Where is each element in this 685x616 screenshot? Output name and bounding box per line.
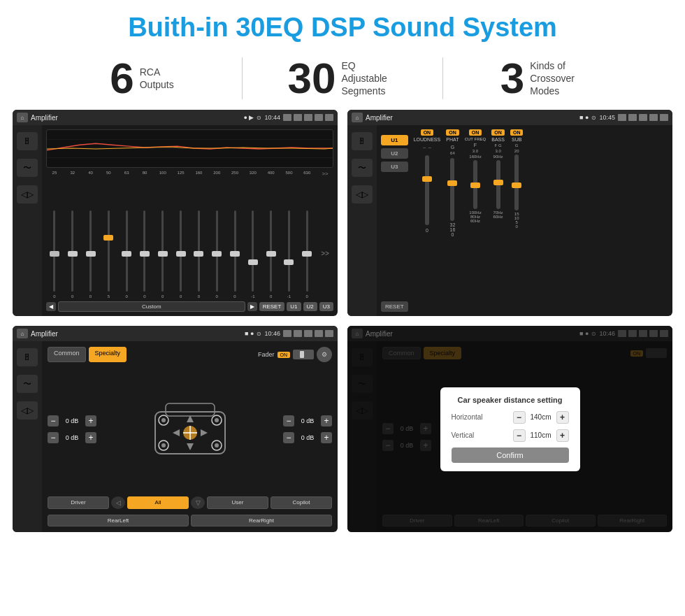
sub-on-badge[interactable]: ON: [510, 129, 524, 136]
driver-button[interactable]: Driver: [48, 496, 109, 509]
eq-slider-9[interactable]: 0: [208, 208, 225, 299]
eq-track-10: [234, 210, 236, 292]
fader-speaker-icon[interactable]: ◁▷: [17, 401, 38, 420]
eq-slider-13[interactable]: -1: [281, 208, 298, 299]
eq-tune-icon[interactable]: 🎚: [17, 132, 38, 150]
eq-slider-4[interactable]: 0: [118, 208, 135, 299]
eq-slider-10[interactable]: 0: [226, 208, 243, 299]
eq-slider-3[interactable]: 5: [100, 208, 117, 299]
left-arrow-icon[interactable]: ◁: [111, 496, 125, 509]
loudness-curve-icons: ~ ~: [423, 145, 431, 151]
crossover-main-area: 🎚 〜 ◁▷ U1 U2 U3 RESET: [347, 125, 672, 316]
vol-plus-left-1[interactable]: +: [85, 415, 96, 427]
freq-label-8: 160: [191, 171, 208, 177]
eq-slider-0[interactable]: 0: [46, 208, 63, 299]
fader-tune-icon[interactable]: 🎚: [17, 348, 38, 366]
fader-settings-icon[interactable]: ⚙: [317, 347, 332, 362]
eq-slider-6[interactable]: 0: [154, 208, 171, 299]
eq-thumb-9: [212, 251, 222, 257]
eq-u1-button[interactable]: U1: [287, 302, 301, 311]
crossover-u1-button[interactable]: U1: [381, 135, 408, 145]
eq-u3-button[interactable]: U3: [319, 302, 333, 311]
all-button[interactable]: All: [127, 496, 189, 509]
vol-minus-left-1[interactable]: −: [48, 415, 59, 427]
fader-back-icon[interactable]: [325, 330, 333, 337]
vertical-minus-button[interactable]: −: [513, 429, 526, 442]
stat-crossover: 3 Kinds ofCrossover Modes: [443, 57, 643, 100]
crossover-wave-icon[interactable]: 〜: [352, 159, 373, 177]
eq-wave-icon[interactable]: 〜: [17, 159, 38, 177]
eq-next-button[interactable]: ▶: [247, 302, 257, 311]
fader-time: 10:46: [264, 330, 280, 337]
bass-on-badge[interactable]: ON: [491, 129, 505, 136]
freq-label-14: 630: [298, 171, 315, 177]
eq-slider-12[interactable]: 0: [263, 208, 280, 299]
eq-slider-2[interactable]: 0: [82, 208, 99, 299]
fader-thumb-mini: [300, 351, 304, 358]
vol-plus-left-2[interactable]: +: [85, 432, 96, 443]
more-icon[interactable]: >>: [317, 171, 333, 177]
fader-on-badge[interactable]: ON: [277, 352, 291, 358]
eq-slider-14[interactable]: 0: [298, 208, 315, 299]
more-sliders-icon[interactable]: >>: [317, 208, 333, 299]
loudness-slider[interactable]: [425, 155, 429, 225]
crossover-reset-button[interactable]: RESET: [381, 301, 408, 312]
eq-reset-button[interactable]: RESET: [259, 302, 285, 311]
eq-slider-11[interactable]: -1: [245, 208, 261, 299]
loudness-on-badge[interactable]: ON: [421, 129, 434, 136]
vertical-plus-button[interactable]: +: [556, 429, 569, 442]
eq-slider-1[interactable]: 0: [64, 208, 81, 299]
eq-slider-8[interactable]: 0: [191, 208, 208, 299]
home-icon[interactable]: ⌂: [17, 113, 28, 122]
fader-specialty-tab[interactable]: Specialty: [89, 347, 127, 362]
vol-minus-left-2[interactable]: −: [48, 432, 59, 443]
fader-home-icon[interactable]: ⌂: [17, 329, 28, 338]
crossover-tune-icon[interactable]: 🎚: [352, 132, 373, 150]
down-arrow-icon[interactable]: ▽: [191, 496, 205, 509]
fader-common-tab[interactable]: Common: [48, 347, 86, 362]
fader-volume-icon: [294, 330, 302, 337]
eq-slider-5[interactable]: 0: [136, 208, 153, 299]
cutfreq-on-badge[interactable]: ON: [469, 129, 482, 136]
svg-marker-19: [187, 443, 194, 450]
crossover-home-icon[interactable]: ⌂: [352, 113, 363, 122]
stat-eq-label: EQ AdjustableSegments: [341, 59, 397, 98]
vertical-label: Vertical: [452, 431, 475, 439]
crossover-speaker-icon[interactable]: ◁▷: [352, 185, 373, 203]
confirm-button[interactable]: Confirm: [452, 447, 569, 463]
eq-speaker-icon[interactable]: ◁▷: [17, 185, 38, 203]
eq-preset-custom[interactable]: Custom: [58, 301, 245, 312]
vol-minus-right-2[interactable]: −: [283, 432, 294, 443]
horizontal-minus-button[interactable]: −: [513, 411, 526, 424]
user-button[interactable]: User: [207, 496, 268, 509]
vol-plus-right-1[interactable]: +: [321, 415, 332, 427]
bass-slider[interactable]: [496, 160, 500, 209]
copilot-button[interactable]: Copilot: [271, 496, 332, 509]
fader-status-dots: ■ ●: [245, 330, 254, 337]
crossover-u3-button[interactable]: U3: [381, 162, 408, 172]
eq-slider-7[interactable]: 0: [173, 208, 189, 299]
phat-slider[interactable]: [450, 158, 454, 221]
crossover-controls: ON LOUDNESS ~ ~ 0: [414, 129, 668, 312]
eq-u2-button[interactable]: U2: [303, 302, 317, 311]
crossover-u2-button[interactable]: U2: [381, 148, 408, 159]
vol-minus-right-1[interactable]: −: [283, 415, 294, 427]
phat-on-badge[interactable]: ON: [446, 129, 459, 136]
crossover-back-icon[interactable]: [660, 114, 668, 121]
loudness-thumb: [422, 176, 432, 182]
eq-screen-title: Amplifier: [31, 114, 241, 122]
fader-slider-mini[interactable]: [293, 350, 314, 359]
right-volumes: − 0 dB + − 0 dB +: [283, 369, 332, 489]
vol-plus-right-2[interactable]: +: [321, 432, 332, 443]
cutfreq-slider[interactable]: [473, 160, 477, 209]
horizontal-plus-button[interactable]: +: [556, 411, 569, 424]
eq-prev-button[interactable]: ◀: [46, 302, 56, 311]
rearright-button[interactable]: RearRight: [191, 515, 332, 527]
rearleft-button[interactable]: RearLeft: [48, 515, 189, 527]
back-icon[interactable]: [325, 114, 333, 121]
eq-track-3: [108, 210, 110, 292]
sub-slider[interactable]: [514, 155, 519, 210]
stat-rca-number: 6: [110, 57, 134, 100]
fader-wave-icon[interactable]: 〜: [17, 375, 38, 393]
eq-track-13: [288, 210, 290, 292]
